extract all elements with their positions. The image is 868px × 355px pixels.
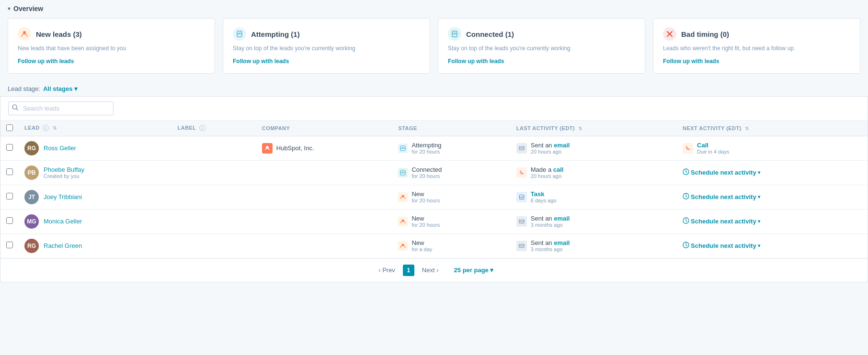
last-activity-cell-td: Made a call 20 hours ago: [511, 160, 677, 185]
table-container: LEAD i ⇅ LABEL i COMPANY STAGE LAST ACTI…: [0, 96, 868, 282]
schedule-chevron-icon: ▾: [758, 170, 760, 175]
activity-link[interactable]: call: [553, 166, 564, 173]
card-link-bad-timing[interactable]: Follow up with leads: [663, 58, 719, 65]
activity-link[interactable]: email: [554, 239, 570, 246]
avatar: RG: [24, 141, 39, 155]
next-chevron-icon: ›: [436, 266, 438, 274]
stage-info: Connected for 20 hours: [411, 166, 442, 179]
search-input[interactable]: [8, 101, 114, 115]
row-checkbox[interactable]: [6, 144, 13, 151]
page-wrapper: ▾ Overview New leads (3) New leads that …: [0, 0, 868, 355]
stage-name: Attempting: [411, 142, 441, 149]
last-activity-sort-icon[interactable]: ⇅: [578, 126, 582, 131]
last-activity-cell: Sent an email 20 hours ago: [516, 142, 671, 155]
svg-point-0: [23, 31, 26, 34]
row-checkbox[interactable]: [6, 217, 13, 224]
lead-name[interactable]: Ross Geller: [44, 144, 76, 152]
hubspot-logo: [262, 143, 273, 154]
avatar: PB: [24, 166, 39, 180]
lead-cell: RG Rachel Green: [24, 239, 166, 253]
last-activity-info: Made a call 20 hours ago: [531, 166, 564, 179]
per-page-button[interactable]: 25 per page ▾: [454, 266, 493, 274]
lead-info: Ross Geller: [44, 144, 76, 152]
row-checkbox-cell: [0, 233, 19, 258]
card-title-bad-timing: Bad timing (0): [681, 30, 729, 38]
stage-info: New for a day: [411, 239, 432, 252]
activity-text: Sent an email: [531, 142, 570, 149]
table-row: JT Joey Tribbiani New for 20 hours Task: [0, 185, 868, 209]
search-input-wrap: [8, 101, 114, 115]
next-activity-icon: [683, 143, 693, 154]
activity-link[interactable]: email: [554, 215, 570, 222]
overview-header[interactable]: ▾ Overview: [0, 0, 868, 15]
page-1-button[interactable]: 1: [403, 265, 414, 276]
schedule-next-activity-button[interactable]: Schedule next activity ▾: [683, 217, 760, 225]
last-activity-icon: [516, 143, 527, 154]
header-checkbox-cell: [0, 121, 19, 136]
next-activity-info: Call Due in 4 days: [697, 142, 729, 155]
card-header-bad-timing: Bad timing (0): [663, 27, 850, 41]
schedule-next-activity-button[interactable]: Schedule next activity ▾: [683, 168, 760, 177]
last-activity-icon: [516, 241, 527, 251]
activity-link[interactable]: Task: [531, 190, 545, 198]
summary-cards: New leads (3) New leads that have been a…: [0, 15, 868, 81]
stage-icon: [398, 217, 408, 226]
activity-link[interactable]: email: [554, 142, 570, 149]
row-checkbox-cell: [0, 185, 19, 209]
stage-name: New: [411, 215, 440, 222]
table-header-row: LEAD i ⇅ LABEL i COMPANY STAGE LAST ACTI…: [0, 121, 868, 136]
stage-cell: New for 20 hours: [398, 190, 504, 203]
svg-rect-18: [519, 195, 524, 199]
card-icon-attempting: [233, 27, 246, 41]
label-cell: [172, 185, 256, 209]
stage-cell: Attempting for 20 hours: [398, 142, 504, 155]
schedule-next-activity-button[interactable]: Schedule next activity ▾: [683, 193, 760, 201]
card-link-new-leads[interactable]: Follow up with leads: [18, 58, 74, 65]
lead-sort-icon[interactable]: ⇅: [53, 125, 57, 131]
card-title-attempting: Attempting (1): [251, 30, 300, 38]
lead-name[interactable]: Monica Geller: [44, 218, 82, 225]
row-checkbox[interactable]: [6, 168, 13, 175]
schedule-next-activity-button[interactable]: Schedule next activity ▾: [683, 242, 760, 250]
stage-info: New for 20 hours: [411, 190, 440, 203]
lead-cell-td: JT Joey Tribbiani: [19, 185, 172, 209]
next-activity-name[interactable]: Call: [697, 142, 729, 149]
select-all-checkbox[interactable]: [6, 124, 13, 131]
stage-cell-td: New for 20 hours: [392, 209, 510, 233]
prev-button[interactable]: ‹ Prev: [375, 265, 399, 276]
last-activity-cell: Sent an email 3 months ago: [516, 239, 671, 252]
last-activity-info: Sent an email 20 hours ago: [531, 142, 570, 155]
svg-line-8: [16, 109, 18, 110]
lead-name[interactable]: Rachel Green: [44, 242, 82, 249]
lead-name[interactable]: Joey Tribbiani: [44, 193, 82, 200]
next-activity-sort-icon[interactable]: ⇅: [745, 126, 749, 131]
row-checkbox[interactable]: [6, 242, 13, 248]
last-activity-cell-td: Sent an email 20 hours ago: [511, 136, 677, 160]
company-cell-td: [256, 209, 393, 233]
row-checkbox[interactable]: [6, 193, 13, 200]
label-info-icon: i: [199, 125, 206, 131]
header-lead: LEAD i ⇅: [19, 121, 172, 136]
schedule-chevron-icon: ▾: [758, 243, 760, 248]
last-activity-cell: Made a call 20 hours ago: [516, 166, 671, 179]
card-link-attempting[interactable]: Follow up with leads: [233, 58, 289, 65]
prev-label: Prev: [382, 266, 395, 274]
schedule-chevron-icon: ▾: [758, 194, 760, 200]
last-activity-cell: Sent an email 3 months ago: [516, 215, 671, 228]
schedule-icon: [683, 193, 689, 201]
card-desc-attempting: Stay on top of the leads you're currentl…: [233, 44, 420, 53]
stage-duration: for 20 hours: [411, 149, 441, 155]
lead-info: Joey Tribbiani: [44, 193, 82, 200]
stage-duration: for 20 hours: [411, 222, 440, 228]
schedule-chevron-icon: ▾: [758, 219, 760, 224]
card-link-connected[interactable]: Follow up with leads: [448, 58, 504, 65]
activity-text: Sent an email: [531, 239, 570, 246]
next-button[interactable]: Next ›: [418, 265, 443, 276]
stage-name: New: [411, 239, 432, 246]
summary-card-attempting: Attempting (1) Stay on top of the leads …: [223, 18, 430, 74]
activity-time: 3 months ago: [531, 246, 570, 252]
next-activity-due: Due in 4 days: [697, 149, 729, 155]
lead-stage-filter-button[interactable]: All stages ▾: [43, 85, 78, 92]
company-cell-td: [256, 233, 393, 258]
lead-name[interactable]: Phoebe Buffay: [44, 166, 84, 173]
